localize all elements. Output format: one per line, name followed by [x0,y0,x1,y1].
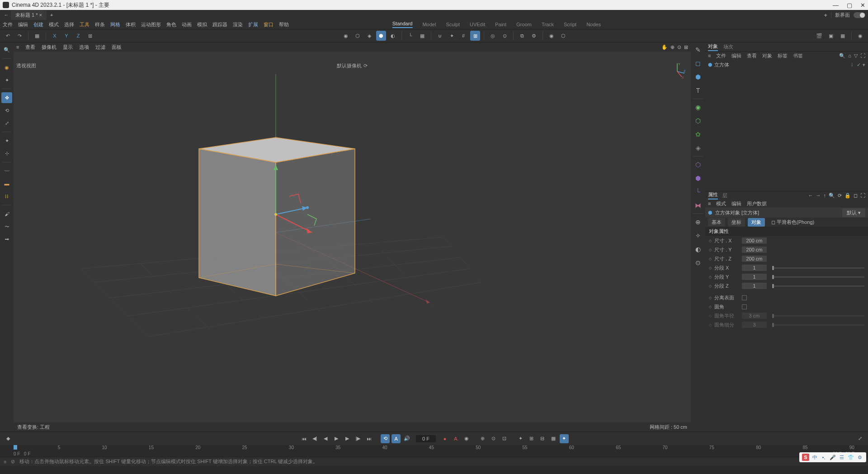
viewport-menu-toggle[interactable]: ≡ [16,44,19,50]
camera-icon[interactable]: ⊕ [693,217,703,228]
keysel-button[interactable]: ◉ [462,434,471,443]
key-mode-button[interactable]: ✦ [560,434,569,443]
prev-key-button[interactable]: ◀| [310,434,319,443]
maximize-button[interactable]: ▢ [847,2,852,9]
goto-end-button[interactable]: ⏭ [364,434,373,443]
attr-expand-icon[interactable]: ⛶ [860,193,865,199]
coord-3-icon[interactable]: ◈ [364,31,374,41]
point-tool[interactable]: ⁞⁞ [1,191,12,202]
attr-nav-back-icon[interactable]: ← [808,193,813,199]
autokey-button[interactable]: A [451,434,460,443]
ime-toolbar[interactable]: S 中 •, 🎤 ☰ 👕 ⚙ [799,452,866,462]
workspace-groom[interactable]: Groom [516,22,532,27]
obj-filter-icon[interactable]: ▽ [854,53,858,59]
gear-icon[interactable]: ⚙ [529,31,539,41]
scale-tool[interactable]: ⤢ [1,118,12,128]
attr-sub-mode[interactable]: 模式 [716,200,726,207]
add-tab-button[interactable]: + [47,12,57,18]
cat-phong[interactable]: ◻ 平滑着色(Phong) [768,218,818,227]
effector-icon[interactable]: ✿ [693,129,703,140]
key-pos-button[interactable]: ⊕ [478,434,487,443]
attr-new-icon[interactable]: ◻ [854,193,858,199]
ime-voice-button[interactable]: 🎤 [829,454,836,461]
viewport-menu-view[interactable]: 查看 [25,44,35,51]
next-frame-button[interactable]: ▶ [343,434,352,443]
menu-help[interactable]: 帮助 [279,21,289,28]
round-sub-field[interactable]: 3 [742,322,767,328]
scene-icon[interactable]: └ [693,186,703,197]
light-icon[interactable]: ✧ [693,230,703,241]
prop-slider-5[interactable] [772,285,864,287]
tag-icon[interactable]: ⊙ [693,257,703,268]
menu-animate[interactable]: 动画 [182,21,192,28]
move-tool[interactable]: ✥ [1,92,12,103]
playhead[interactable] [14,445,17,450]
tab-takes[interactable]: 场次 [723,43,733,50]
obj-sub-edit[interactable]: 编辑 [731,52,741,59]
menu-create[interactable]: 创建 [33,21,43,28]
snap-4-icon[interactable]: ✦ [447,31,457,41]
menu-render[interactable]: 渲染 [233,21,243,28]
coord-2-icon[interactable]: ⬡ [353,31,363,41]
axis-x-button[interactable]: X [50,31,60,41]
visibility-icon[interactable]: ✓ [857,62,861,68]
workspace-uvedit[interactable]: UVEdit [470,22,485,27]
workspace-model[interactable]: Model [422,22,436,27]
mirror-icon[interactable]: ⧉ [517,31,527,41]
menu-mograph[interactable]: 运动图形 [141,21,161,28]
extrude-tool[interactable]: ⮕ [1,234,12,245]
viewport-menu-display[interactable]: 显示 [63,44,73,51]
workspace-standard[interactable]: Standard [392,21,413,28]
workspace-script[interactable]: Script [564,22,576,27]
viewport-menu-filter[interactable]: 过滤 [95,44,105,51]
key-pla-button[interactable]: ✦ [516,434,525,443]
key-scale-button[interactable]: ⊡ [500,434,509,443]
attr-lock-icon[interactable]: 🔒 [844,193,851,199]
deformer-icon[interactable]: ⬡ [693,159,703,170]
timeline-ruler[interactable]: 051015202530354045505560657075808590 0 F… [0,445,868,457]
spline-pen-icon[interactable]: ✎ [693,44,703,55]
snap-quant-icon[interactable]: ⊞ [470,31,480,41]
menu-character[interactable]: 角色 [166,21,176,28]
history-button[interactable]: ▦ [32,31,42,41]
workspace-nodes[interactable]: Nodes [586,22,601,27]
record-button[interactable]: ● [440,434,449,443]
menu-tools[interactable]: 工具 [80,21,90,28]
render-active-icon[interactable]: ◉ [855,31,865,41]
tree-item-cube[interactable]: ⬢ 立方体 ⁞ ✓ ▾ [708,62,865,68]
ime-skin-button[interactable]: 👕 [847,454,854,461]
next-key-button[interactable]: |▶ [354,434,363,443]
back-button[interactable]: ← [2,12,11,18]
viewport-nav-rotate-icon[interactable]: ⊙ [677,44,681,50]
sym-1-icon[interactable]: ◎ [488,31,498,41]
key-icon[interactable]: ◆ [4,434,13,443]
primitive-solid-icon[interactable]: ⬢ [693,71,703,82]
prop-field-4[interactable]: 1 [742,274,767,280]
minimize-button[interactable]: — [833,2,839,9]
workspace-paint[interactable]: Paint [495,22,506,27]
obj-sub-view[interactable]: 查看 [747,52,757,59]
menu-tracker[interactable]: 跟踪器 [212,21,227,28]
snap-3-icon[interactable]: ⊍ [435,31,445,41]
tool-a-icon[interactable]: ◉ [547,31,557,41]
layout-add-button[interactable]: + [824,12,827,19]
primitive-cube-icon[interactable]: ◻ [693,58,703,69]
key-rot-button[interactable]: ⊙ [489,434,498,443]
axis-z-button[interactable]: Z [73,31,83,41]
axis-world-button[interactable]: ⊞ [85,31,95,41]
viewport-nav-layout-icon[interactable]: ⊞ [684,44,688,50]
spline-tool[interactable]: 〰 [1,166,12,176]
attr-nav-fwd-icon[interactable]: → [816,193,821,199]
ime-lang-button[interactable]: 中 [811,454,818,461]
render-region-icon[interactable]: ▣ [826,31,836,41]
round-sub-slider[interactable] [772,324,864,326]
ime-keyboard-button[interactable]: ☰ [838,454,845,461]
workspace-sculpt[interactable]: Sculpt [446,22,460,27]
brush-tool[interactable]: 🖌 [1,209,12,219]
key-param-button[interactable]: ⊞ [527,434,536,443]
separate-checkbox[interactable] [742,295,747,300]
play-button[interactable]: ▶ [332,434,341,443]
attr-sub-edit[interactable]: 编辑 [731,200,741,207]
key-all-button[interactable]: ▦ [549,434,558,443]
viewport-menu-panel[interactable]: 面板 [112,44,122,51]
